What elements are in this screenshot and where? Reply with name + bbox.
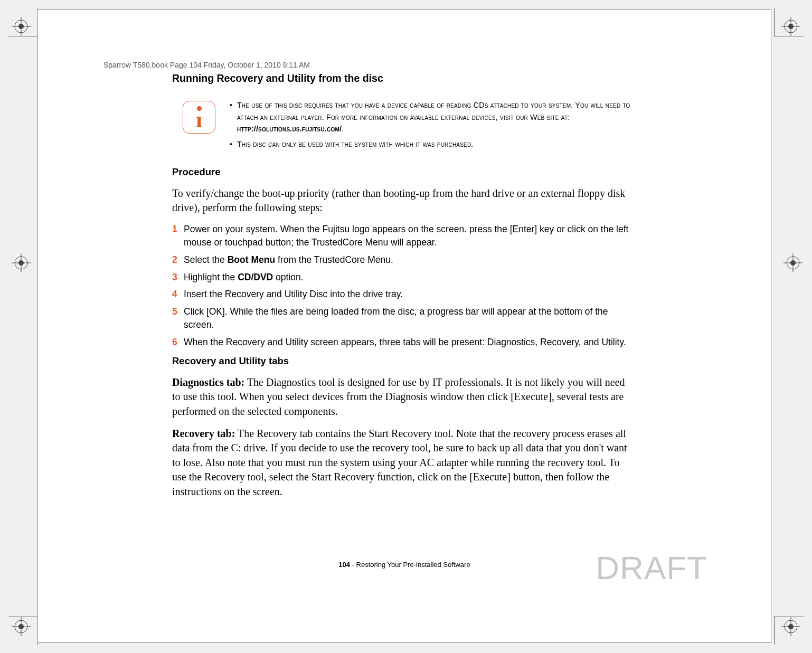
crop-mark: [775, 36, 804, 36]
crop-mark: [774, 8, 775, 37]
registration-mark-icon: [781, 17, 800, 36]
step-text: Insert the Recovery and Utility Disc int…: [184, 288, 635, 301]
crop-mark: [8, 617, 37, 617]
crop-mark: [8, 36, 37, 36]
page-number: 104: [338, 561, 350, 569]
section-title: Running Recovery and Utility from the di…: [172, 72, 635, 84]
step-text: Select the Boot Menu from the TrustedCor…: [184, 253, 635, 267]
diagnostics-paragraph: Diagnostics tab: The Diagnostics tool is…: [172, 375, 635, 419]
content-area: Running Recovery and Utility from the di…: [172, 72, 635, 507]
info-icon: ı: [183, 101, 215, 134]
step-number: 5: [172, 305, 184, 332]
step-number: 6: [172, 336, 184, 349]
recovery-label: Recovery tab:: [172, 428, 235, 439]
step-number: 1: [172, 223, 184, 249]
page-frame: Sparrow T580.book Page 104 Friday, Octob…: [37, 10, 771, 643]
recovery-body: The Recovery tab contains the Start Reco…: [172, 428, 627, 497]
registration-mark-icon: [12, 617, 31, 636]
step-text: Click [OK]. While the files are being lo…: [184, 305, 635, 332]
info-bullet: The use of this disc requires that you h…: [237, 99, 635, 135]
step-item: 4Insert the Recovery and Utility Disc in…: [172, 288, 635, 301]
step-text: Highlight the CD/DVD option.: [184, 271, 635, 284]
crop-mark: [774, 616, 775, 645]
info-icon-wrap: ı: [172, 99, 230, 134]
draft-watermark: DRAFT: [596, 549, 707, 586]
procedure-heading: Procedure: [172, 166, 635, 178]
procedure-intro: To verify/change the boot-up priority (r…: [172, 186, 635, 215]
registration-mark-icon: [781, 617, 800, 636]
step-item: 6When the Recovery and Utility screen ap…: [172, 336, 635, 349]
header-runner: Sparrow T580.book Page 104 Friday, Octob…: [103, 61, 310, 69]
footer-section-title: - Restoring Your Pre-installed Software: [350, 561, 470, 569]
registration-mark-icon: [783, 253, 802, 272]
step-item: 1Power on your system. When the Fujitsu …: [172, 223, 635, 249]
step-number: 3: [172, 271, 184, 284]
info-callout: ı The use of this disc requires that you…: [172, 99, 635, 154]
step-item: 3Highlight the CD/DVD option.: [172, 271, 635, 284]
step-text: Power on your system. When the Fujitsu l…: [184, 223, 635, 249]
step-item: 5Click [OK]. While the files are being l…: [172, 305, 635, 332]
info-bullets: The use of this disc requires that you h…: [230, 99, 635, 154]
diagnostics-label: Diagnostics tab:: [172, 376, 244, 388]
step-number: 4: [172, 288, 184, 301]
recovery-paragraph: Recovery tab: The Recovery tab contains …: [172, 427, 635, 499]
step-item: 2Select the Boot Menu from the TrustedCo…: [172, 253, 635, 267]
registration-mark-icon: [12, 17, 31, 36]
info-bullet: This disc can only be used with the syst…: [237, 138, 635, 150]
tabs-heading: Recovery and Utility tabs: [172, 355, 635, 367]
steps-block: 1Power on your system. When the Fujitsu …: [172, 223, 635, 349]
registration-mark-icon: [12, 253, 31, 272]
step-number: 2: [172, 253, 184, 267]
step-text: When the Recovery and Utility screen app…: [184, 336, 635, 349]
crop-mark: [775, 617, 804, 617]
